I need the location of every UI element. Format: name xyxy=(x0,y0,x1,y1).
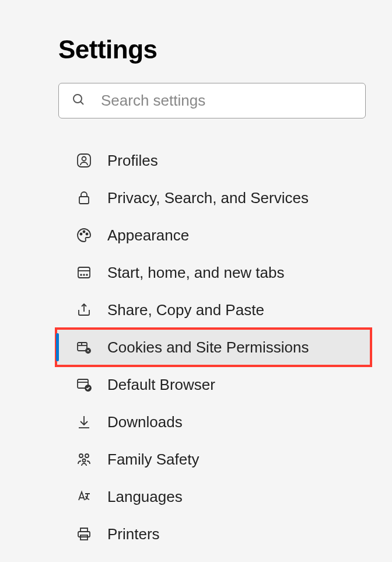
nav-item-privacy[interactable]: Privacy, Search, and Services xyxy=(58,179,369,217)
search-input[interactable] xyxy=(101,92,352,110)
palette-icon xyxy=(75,226,93,245)
nav-item-printers[interactable]: Printers xyxy=(58,515,369,553)
nav-item-cookies[interactable]: Cookies and Site Permissions xyxy=(56,329,371,366)
svg-point-5 xyxy=(80,233,82,235)
nav-label: Appearance xyxy=(107,226,189,245)
svg-rect-32 xyxy=(78,532,90,537)
nav-label: Profiles xyxy=(107,152,158,170)
printer-icon xyxy=(75,525,93,543)
nav-label: Start, home, and new tabs xyxy=(107,264,285,282)
svg-rect-4 xyxy=(79,197,89,204)
share-icon xyxy=(75,301,93,319)
nav-label: Downloads xyxy=(107,413,183,431)
svg-point-12 xyxy=(86,274,88,275)
nav-label: Privacy, Search, and Services xyxy=(107,189,309,207)
profiles-icon xyxy=(75,151,93,170)
settings-nav: Profiles Privacy, Search, and Services xyxy=(58,142,369,553)
page-title: Settings xyxy=(58,35,369,64)
svg-point-6 xyxy=(83,231,85,233)
nav-item-share[interactable]: Share, Copy and Paste xyxy=(58,291,369,329)
cookies-icon xyxy=(75,338,93,357)
nav-label: Family Safety xyxy=(107,451,200,469)
svg-point-7 xyxy=(86,233,88,235)
download-icon xyxy=(75,413,93,431)
settings-panel: Settings Profiles xyxy=(0,0,392,553)
search-icon xyxy=(72,93,86,109)
window-icon xyxy=(75,263,93,282)
svg-point-11 xyxy=(83,274,85,275)
svg-point-28 xyxy=(79,454,83,458)
nav-item-profiles[interactable]: Profiles xyxy=(58,142,369,179)
svg-point-10 xyxy=(80,274,82,275)
svg-point-0 xyxy=(74,95,82,103)
nav-label: Printers xyxy=(107,525,160,543)
nav-label: Share, Copy and Paste xyxy=(107,301,264,319)
svg-line-1 xyxy=(80,102,83,104)
family-icon xyxy=(75,450,93,469)
nav-item-appearance[interactable]: Appearance xyxy=(58,217,369,254)
svg-rect-33 xyxy=(80,535,88,540)
svg-point-30 xyxy=(83,459,86,462)
nav-label: Cookies and Site Permissions xyxy=(107,338,309,357)
nav-item-family[interactable]: Family Safety xyxy=(58,441,369,478)
nav-item-start[interactable]: Start, home, and new tabs xyxy=(58,254,369,291)
lock-icon xyxy=(75,189,93,207)
nav-item-languages[interactable]: Languages xyxy=(58,478,369,515)
svg-point-29 xyxy=(85,454,89,458)
nav-item-default-browser[interactable]: Default Browser xyxy=(58,366,369,403)
svg-point-3 xyxy=(82,157,86,161)
language-icon xyxy=(75,487,93,506)
browser-check-icon xyxy=(75,375,93,394)
nav-label: Default Browser xyxy=(107,376,215,394)
search-box[interactable] xyxy=(58,83,366,118)
nav-item-downloads[interactable]: Downloads xyxy=(58,403,369,441)
svg-rect-8 xyxy=(78,267,90,278)
nav-label: Languages xyxy=(107,488,183,506)
